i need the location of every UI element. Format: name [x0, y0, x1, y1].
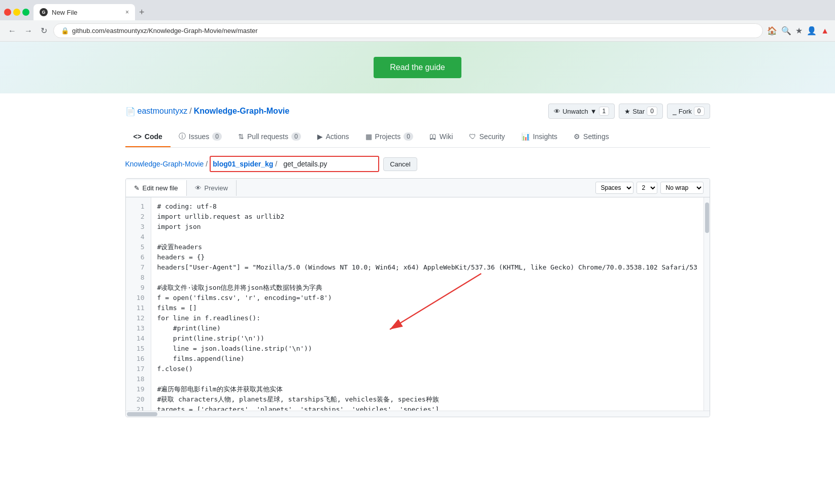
code-line: f.close()	[157, 364, 710, 374]
repo-actions: 👁 Unwatch ▼ 1 ★ Star 0 ⎯ Fork 0	[548, 104, 710, 119]
code-line: films.append(line)	[157, 354, 710, 364]
tab-insights-label: Insights	[533, 132, 557, 141]
line-number: 13	[126, 323, 151, 333]
tab-close-btn[interactable]: ×	[125, 9, 129, 16]
line-number: 18	[126, 374, 151, 384]
code-line: #print(line)	[157, 323, 710, 333]
profile-btn[interactable]: 👤	[807, 26, 817, 36]
unwatch-dropdown-icon: ▼	[590, 108, 597, 115]
reload-btn[interactable]: ↻	[39, 24, 49, 38]
line-number: 2	[126, 212, 151, 222]
back-btn[interactable]: ←	[6, 24, 18, 38]
code-line: targets = ['characters', 'planets', 'sta…	[157, 405, 710, 411]
folder-segment[interactable]: blog01_spider_kg	[213, 160, 273, 168]
new-tab-btn[interactable]: +	[135, 5, 149, 20]
url-text: github.com/eastmountyxz/Knowledge-Graph-…	[72, 27, 755, 35]
search-btn[interactable]: 🔍	[781, 26, 791, 36]
code-editor[interactable]: 1234567891011121314151617181920212223242…	[126, 197, 710, 411]
code-line: import json	[157, 222, 710, 232]
wrap-select[interactable]: No wrap Soft wrap	[660, 182, 704, 194]
file-name-input[interactable]	[279, 158, 376, 170]
forward-btn[interactable]: →	[22, 24, 35, 38]
line-number: 11	[126, 303, 151, 313]
browser-actions: 🏠 🔍 ★ 👤 ▲	[767, 26, 829, 36]
tab-code[interactable]: <> Code	[125, 127, 171, 147]
github-favicon: G	[40, 8, 48, 16]
code-line: headers["User-Agent"] = "Mozilla/5.0 (Wi…	[157, 262, 710, 273]
translate-btn[interactable]: 🏠	[767, 26, 777, 36]
edit-new-file-tab[interactable]: ✎ Edit new file	[126, 180, 187, 196]
window-close-btn[interactable]	[4, 9, 11, 16]
tab-actions-label: Actions	[326, 132, 349, 141]
code-area-wrapper: 1234567891011121314151617181920212223242…	[126, 197, 710, 417]
vertical-scrollbar[interactable]	[704, 197, 710, 411]
cancel-button[interactable]: Cancel	[383, 157, 417, 171]
unwatch-count: 1	[599, 107, 610, 116]
tab-security-label: Security	[479, 132, 505, 141]
file-path-row: Knowledge-Graph-Movie / blog01_spider_kg…	[125, 148, 710, 178]
line-number: 6	[126, 252, 151, 262]
editor-settings: Spaces Tabs 2 4 8 No wrap Soft wrap	[589, 179, 710, 197]
tab-pullrequests[interactable]: ⇅ Pull requests 0	[230, 127, 309, 147]
tab-settings[interactable]: ⚙ Settings	[565, 127, 617, 147]
code-line: # coding: utf-8	[157, 201, 710, 212]
bookmark-btn[interactable]: ★	[795, 26, 803, 36]
tab-wiki-label: Wiki	[440, 132, 453, 141]
tab-actions[interactable]: ▶ Actions	[309, 127, 357, 147]
line-number: 3	[126, 222, 151, 232]
tab-issues[interactable]: ⓘ Issues 0	[171, 127, 230, 147]
spaces-select[interactable]: Spaces Tabs	[595, 182, 633, 194]
tab-insights[interactable]: 📊 Insights	[513, 127, 565, 147]
tab-security[interactable]: 🛡 Security	[461, 127, 513, 147]
breadcrumb-separator: /	[189, 107, 191, 116]
code-content[interactable]: # coding: utf-8import urllib.request as …	[151, 197, 710, 411]
horizontal-scrollbar[interactable]	[126, 411, 710, 417]
line-number: 4	[126, 232, 151, 242]
repo-name-link[interactable]: Knowledge-Graph-Movie	[194, 107, 289, 116]
unwatch-button[interactable]: 👁 Unwatch ▼ 1	[548, 104, 615, 119]
indent-select[interactable]: 2 4 8	[637, 182, 657, 194]
eye-preview-icon: 👁	[195, 184, 202, 192]
extensions-btn[interactable]: ▲	[821, 26, 829, 36]
window-max-btn[interactable]	[22, 9, 29, 16]
path-sep-2: /	[274, 160, 278, 168]
editor-container: ✎ Edit new file 👁 Preview Spaces Tabs 2	[125, 178, 710, 417]
code-line	[157, 374, 710, 384]
read-guide-button[interactable]: Read the guide	[374, 57, 461, 78]
tab-projects-label: Projects	[375, 132, 401, 141]
preview-tab[interactable]: 👁 Preview	[187, 180, 237, 196]
unwatch-label: Unwatch	[562, 108, 588, 115]
line-numbers: 1234567891011121314151617181920212223242…	[126, 197, 151, 411]
pr-count: 0	[291, 132, 301, 141]
tab-wiki[interactable]: 🕮 Wiki	[421, 127, 461, 147]
tab-issues-label: Issues	[189, 132, 209, 141]
tab-bar: G New File × +	[0, 0, 835, 20]
repo-owner-link[interactable]: eastmountyxz	[138, 107, 188, 116]
scrollbar-thumb-v[interactable]	[705, 203, 709, 233]
projects-icon: ▦	[365, 132, 372, 141]
star-icon: ★	[624, 108, 630, 115]
code-line: #获取 characters人物, planets星球, starships飞船…	[157, 394, 710, 405]
line-number: 12	[126, 313, 151, 323]
line-number: 17	[126, 364, 151, 374]
editor-tabs: ✎ Edit new file 👁 Preview	[126, 180, 237, 196]
fork-button[interactable]: ⎯ Fork 0	[667, 104, 710, 119]
preview-tab-label: Preview	[205, 184, 228, 192]
repo-path-link[interactable]: Knowledge-Graph-Movie	[125, 160, 204, 168]
browser-tab-active[interactable]: G New File ×	[34, 4, 135, 20]
tab-code-label: Code	[145, 132, 162, 141]
star-button[interactable]: ★ Star 0	[619, 104, 663, 119]
line-number: 9	[126, 283, 151, 293]
code-line: for line in f.readlines():	[157, 313, 710, 323]
tab-projects[interactable]: ▦ Projects 0	[357, 127, 421, 147]
url-bar[interactable]: 🔒 github.com/eastmountyxz/Knowledge-Grap…	[53, 23, 763, 38]
window-min-btn[interactable]	[13, 9, 20, 16]
tab-title: New File	[52, 9, 121, 16]
fork-icon: ⎯	[673, 108, 677, 115]
eye-icon: 👁	[554, 108, 560, 115]
scrollbar-thumb-h[interactable]	[127, 412, 157, 416]
line-number: 20	[126, 394, 151, 405]
line-number: 10	[126, 293, 151, 303]
settings-icon: ⚙	[574, 132, 580, 141]
code-line: films = []	[157, 303, 710, 313]
